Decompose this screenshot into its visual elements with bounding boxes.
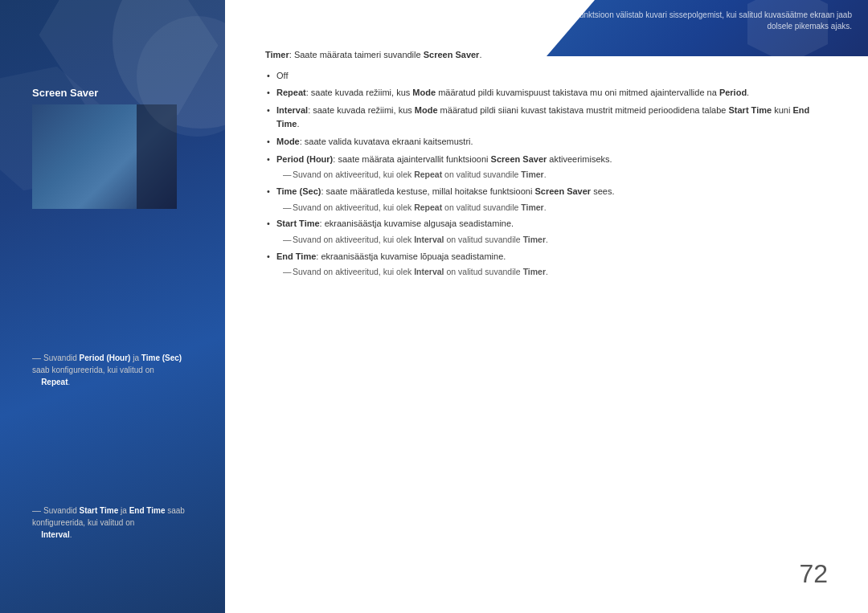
left-panel: Screen Saver — Suvandid Period (Hour) ja… xyxy=(0,0,225,613)
bullet-time: Time (Sec): saate määratleda kestuse, mi… xyxy=(265,185,828,214)
bullet-interval: Interval: saate kuvada režiimi, kus Mode… xyxy=(265,104,828,132)
page-container: Screen Saver — Suvandid Period (Hour) ja… xyxy=(0,0,868,613)
bullet-period: Period (Hour): saate määrata ajainterval… xyxy=(265,153,828,182)
bullet-end-time: End Time: ekraanisäästja kuvamise lõpuaj… xyxy=(265,250,828,279)
bottom-note-interval: — Suvandid Start Time ja End Time saab k… xyxy=(0,504,225,541)
subnote-start-time: Suvand on aktiveeritud, kui olek Interva… xyxy=(276,233,828,247)
subnote-end-time: Suvand on aktiveeritud, kui olek Interva… xyxy=(276,265,828,279)
bullet-repeat: Repeat: saate kuvada režiimi, kus Mode m… xyxy=(265,86,828,100)
subnote-time: Suvand on aktiveeritud, kui olek Repeat … xyxy=(276,201,828,215)
page-number: 72 xyxy=(799,559,828,589)
right-panel: See funktsioon välistab kuvari sissepolg… xyxy=(225,0,868,613)
bullet-off: Off xyxy=(265,69,828,84)
section-title: Screen Saver xyxy=(32,87,98,99)
dash-interval: — xyxy=(32,505,43,515)
content-area: Timer: Saate määrata taimeri suvandile S… xyxy=(265,48,828,279)
thumbnail-container xyxy=(32,104,177,209)
bullet-mode: Mode: saate valida kuvatava ekraani kait… xyxy=(265,135,828,149)
top-deco-text: See funktsioon välistab kuvari sissepolg… xyxy=(561,10,852,32)
bullet-start-time: Start Time: ekraanisäästja kuvamise algu… xyxy=(265,217,828,246)
bullet-list: Off Repeat: saate kuvada režiimi, kus Mo… xyxy=(265,69,828,280)
timer-intro: Timer: Saate määrata taimeri suvandile S… xyxy=(265,48,828,63)
off-label: Off xyxy=(276,71,288,80)
thumbnail-image xyxy=(32,104,177,209)
subnote-period: Suvand on aktiveeritud, kui olek Repeat … xyxy=(276,168,828,182)
bottom-note-period: — Suvandid Period (Hour) ja Time (Sec) s… xyxy=(0,351,225,389)
dash-period: — xyxy=(32,353,43,362)
